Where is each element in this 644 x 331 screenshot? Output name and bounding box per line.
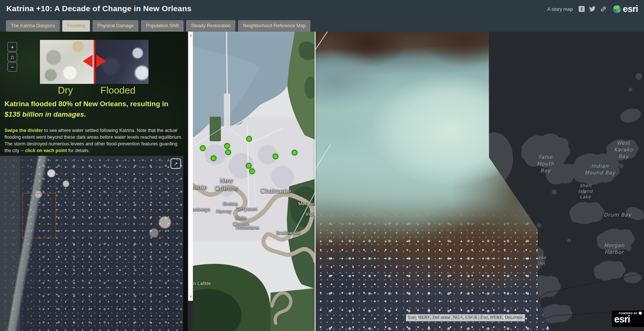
- paragraph-text: to see where water settled following Kat…: [43, 128, 165, 133]
- tab-label: Physical Damage: [97, 23, 134, 28]
- flood-points-layer: [193, 32, 315, 331]
- highlight-rectangle: [22, 193, 56, 238]
- facebook-share-icon[interactable]: f: [578, 6, 585, 12]
- arrow-left-icon: [83, 55, 93, 67]
- tab-label: Flooding: [67, 23, 85, 28]
- swipe-divider-emphasis: Swipe the divider: [4, 128, 43, 133]
- tab[interactable]: Steady Restoration: [186, 20, 235, 32]
- tab[interactable]: Population Shift: [141, 20, 184, 32]
- flood-point-marker[interactable]: [246, 136, 252, 142]
- flood-point-marker[interactable]: [273, 154, 278, 159]
- tab[interactable]: Neighborhood Reference Map: [238, 20, 310, 32]
- water-body-label: IndianMound Bay: [585, 163, 616, 176]
- tab-label: The Katrina Diaspora: [11, 23, 55, 28]
- link-share-icon[interactable]: [600, 6, 607, 12]
- esri-footer-wordmark: esri: [614, 315, 630, 324]
- water-body-label: WestKarakoBay: [614, 140, 633, 160]
- flood-point-marker[interactable]: [200, 145, 206, 151]
- water-body-label: Drum Bay: [604, 212, 631, 218]
- tab[interactable]: The Katrina Diaspora: [6, 20, 60, 32]
- zoom-out-button[interactable]: −: [7, 62, 17, 72]
- esri-globe-icon: [613, 5, 621, 13]
- map-zoom-controls: + ⌂ −: [7, 42, 17, 72]
- twitter-share-icon[interactable]: [589, 6, 596, 12]
- zoom-in-button[interactable]: +: [7, 42, 17, 51]
- swipe-legend-image: [40, 40, 149, 84]
- flood-point-marker[interactable]: [211, 155, 216, 161]
- arrow-right-icon: [96, 55, 106, 67]
- story-map-app: Katrina +10: A Decade of Change in New O…: [0, 0, 644, 331]
- sidebar-paragraph: Swipe the divider to see where water set…: [4, 127, 184, 154]
- map-stage: WestKarakoBayFalseMouthBayIndianMound Ba…: [193, 32, 644, 331]
- esri-wordmark: esri: [623, 4, 638, 14]
- water-body-label: ShellIslandLake: [578, 183, 593, 200]
- tab[interactable]: Flooding: [62, 20, 90, 32]
- tab-label: Neighborhood Reference Map: [243, 23, 305, 28]
- tab-label: Steady Restoration: [191, 23, 231, 28]
- flood-point-marker[interactable]: [225, 149, 231, 155]
- header-actions: A story map f esri: [547, 0, 638, 18]
- sidebar-scrollbar[interactable]: ∧ ∨: [188, 32, 193, 301]
- section-tabs: The Katrina DiasporaFloodingPhysical Dam…: [0, 18, 644, 32]
- flood-point-marker[interactable]: [224, 143, 230, 149]
- map-attribution: Esri, HERE, DeLorme, NGA, USGS | Esri, H…: [406, 314, 525, 321]
- esri-header-logo[interactable]: esri: [613, 4, 638, 14]
- tab-label: Population Shift: [146, 23, 179, 28]
- flood-point-marker[interactable]: [292, 150, 297, 155]
- flooded-aerial-image: ↗: [0, 156, 183, 331]
- story-map-tagline: A story map: [547, 6, 573, 12]
- sidebar-headline: Katrina flooded 80% of New Orleans, resu…: [4, 99, 183, 119]
- content-area: + ⌂ − Dry Flooded Katrina flooded 80% of…: [0, 32, 644, 331]
- legend-label-dry: Dry: [58, 85, 73, 96]
- headline-emphasis: $135 billion in damages.: [4, 110, 86, 118]
- bridge-line: [314, 32, 328, 51]
- home-extent-button[interactable]: ⌂: [7, 52, 17, 62]
- paragraph-text: for details.: [67, 148, 90, 153]
- tab[interactable]: Physical Damage: [93, 20, 138, 32]
- click-each-point-link[interactable]: click on each point: [25, 148, 67, 153]
- flood-point-marker[interactable]: [249, 168, 255, 174]
- header-bar: Katrina +10: A Decade of Change in New O…: [0, 0, 644, 18]
- water-body-label: FalseMouthBay: [537, 154, 554, 174]
- flood-point-marker[interactable]: [246, 163, 251, 168]
- water-body-label: MorganHarbor: [604, 242, 624, 256]
- page-title: Katrina +10: A Decade of Change in New O…: [6, 4, 191, 13]
- legend-swipe-line: [94, 40, 95, 84]
- facebook-icon: f: [579, 6, 585, 12]
- headline-text: Katrina flooded 80% of New Orleans, resu…: [4, 100, 168, 108]
- esri-dot-icon: [639, 312, 642, 315]
- expand-image-button[interactable]: ↗: [171, 158, 181, 169]
- sidebar-panel: + ⌂ − Dry Flooded Katrina flooded 80% of…: [0, 32, 188, 331]
- swipe-divider-handle[interactable]: [315, 32, 316, 331]
- paragraph-italic: actual: [165, 128, 177, 133]
- cloud-speckles: [315, 211, 557, 331]
- powered-by-esri-logo[interactable]: POWERED BY esri: [612, 310, 644, 327]
- legend-label-flooded: Flooded: [100, 85, 135, 96]
